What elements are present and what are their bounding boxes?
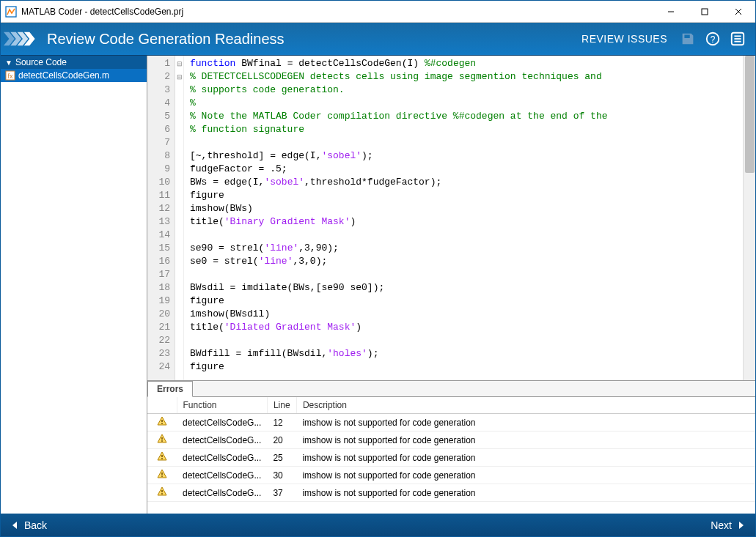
source-file-item[interactable]: fx detectCellsCodeGen.m bbox=[1, 69, 147, 82]
page-title: Review Code Generation Readiness bbox=[47, 31, 581, 48]
errors-tabs: Errors bbox=[147, 381, 755, 397]
window-title: MATLAB Coder - detectCellsCodeGen.prj bbox=[21, 7, 654, 17]
code-line[interactable]: % function signature bbox=[190, 123, 743, 136]
code-line[interactable] bbox=[190, 334, 743, 347]
code-line[interactable]: figure bbox=[190, 360, 743, 374]
line-number: 1 bbox=[147, 57, 170, 70]
line-number: 13 bbox=[147, 215, 170, 229]
error-line: 25 bbox=[267, 449, 296, 467]
code-line[interactable]: title('Dilated Gradient Mask') bbox=[190, 321, 743, 334]
fold-marker: ⊟ bbox=[175, 57, 183, 70]
code-line[interactable]: figure bbox=[190, 295, 743, 308]
vertical-scrollbar[interactable] bbox=[743, 56, 755, 380]
error-function: detectCellsCodeG... bbox=[177, 467, 267, 484]
code-line[interactable]: % supports code generation. bbox=[190, 84, 743, 97]
line-number: 14 bbox=[147, 229, 170, 242]
error-line: 37 bbox=[267, 484, 296, 502]
code-line[interactable]: se0 = strel('line',3,0); bbox=[190, 255, 743, 268]
svg-marker-32 bbox=[12, 522, 17, 529]
error-function: detectCellsCodeG... bbox=[177, 484, 267, 502]
source-file-label: detectCellsCodeGen.m bbox=[18, 70, 109, 81]
error-row[interactable]: detectCellsCodeG...12imshow is not suppo… bbox=[147, 414, 755, 432]
code-line[interactable]: BWs = edge(I,'sobel',threshold*fudgeFact… bbox=[190, 176, 743, 189]
error-description: imshow is not supported for code generat… bbox=[296, 484, 755, 502]
error-function: detectCellsCodeG... bbox=[177, 414, 267, 432]
review-issues-link[interactable]: REVIEW ISSUES bbox=[581, 33, 667, 45]
fold-marker bbox=[175, 347, 183, 360]
fold-marker bbox=[175, 242, 183, 255]
fold-marker bbox=[175, 189, 183, 202]
minimize-button[interactable] bbox=[654, 1, 688, 23]
fold-marker bbox=[175, 295, 183, 308]
code-line[interactable] bbox=[190, 229, 743, 242]
line-number: 9 bbox=[147, 163, 170, 176]
app-window: MATLAB Coder - detectCellsCodeGen.prj Re… bbox=[0, 0, 756, 537]
next-button[interactable]: Next bbox=[711, 519, 746, 531]
col-function[interactable]: Function bbox=[177, 397, 267, 414]
code-content[interactable]: function BWfinal = detectCellsCodeGen(I)… bbox=[184, 56, 743, 380]
col-description[interactable]: Description bbox=[296, 397, 755, 414]
window-controls bbox=[654, 1, 755, 23]
error-row[interactable]: detectCellsCodeG...20imshow is not suppo… bbox=[147, 432, 755, 449]
error-function: detectCellsCodeG... bbox=[177, 449, 267, 467]
fold-column: ⊟⊟ bbox=[175, 56, 184, 380]
svg-point-22 bbox=[161, 440, 163, 442]
code-line[interactable]: title('Binary Gradient Mask') bbox=[190, 215, 743, 229]
collapse-icon: ▼ bbox=[5, 59, 12, 67]
error-description: imshow is not supported for code generat… bbox=[296, 414, 755, 432]
fold-marker bbox=[175, 110, 183, 123]
error-description: imshow is not supported for code generat… bbox=[296, 467, 755, 484]
fold-marker bbox=[175, 308, 183, 321]
code-line[interactable]: fudgeFactor = .5; bbox=[190, 163, 743, 176]
code-line[interactable] bbox=[190, 136, 743, 149]
code-editor[interactable]: 123456789101112131415161718192021222324 … bbox=[147, 56, 755, 380]
warning-icon bbox=[147, 467, 177, 484]
scrollbar-thumb[interactable] bbox=[745, 56, 755, 173]
svg-point-25 bbox=[161, 458, 163, 459]
warning-icon bbox=[147, 432, 177, 449]
code-line[interactable]: imshow(BWs) bbox=[190, 202, 743, 215]
warning-icon bbox=[147, 449, 177, 467]
code-line[interactable]: % bbox=[190, 97, 743, 110]
back-button[interactable]: Back bbox=[10, 519, 47, 531]
warning-icon bbox=[147, 484, 177, 502]
code-line[interactable]: BWsdil = imdilate(BWs,[se90 se0]); bbox=[190, 281, 743, 295]
svg-text:?: ? bbox=[711, 34, 716, 45]
sidebar-header[interactable]: ▼ Source Code bbox=[1, 56, 147, 69]
error-row[interactable]: detectCellsCodeG...30imshow is not suppo… bbox=[147, 467, 755, 484]
close-button[interactable] bbox=[722, 1, 755, 23]
code-line[interactable]: figure bbox=[190, 189, 743, 202]
maximize-button[interactable] bbox=[688, 1, 722, 23]
col-line[interactable]: Line bbox=[267, 397, 296, 414]
code-line[interactable]: % Note the MATLAB Coder compilation dire… bbox=[190, 110, 743, 123]
code-line[interactable]: % DETECTCELLSCODEGEN detects cells using… bbox=[190, 70, 743, 84]
line-number: 21 bbox=[147, 321, 170, 334]
errors-tab[interactable]: Errors bbox=[147, 381, 193, 397]
code-line[interactable]: BWdfill = imfill(BWsdil,'holes'); bbox=[190, 347, 743, 360]
svg-marker-33 bbox=[739, 522, 744, 529]
line-number: 7 bbox=[147, 136, 170, 149]
svg-rect-2 bbox=[702, 9, 708, 15]
line-number: 15 bbox=[147, 242, 170, 255]
errors-table: Function Line Description detectCellsCod… bbox=[147, 397, 755, 502]
line-number: 18 bbox=[147, 281, 170, 295]
error-row[interactable]: detectCellsCodeG...25imshow is not suppo… bbox=[147, 449, 755, 467]
code-line[interactable]: function BWfinal = detectCellsCodeGen(I)… bbox=[190, 57, 743, 70]
code-line[interactable]: imshow(BWsdil) bbox=[190, 308, 743, 321]
line-number: 12 bbox=[147, 202, 170, 215]
code-line[interactable]: [~,threshold] = edge(I,'sobel'); bbox=[190, 149, 743, 163]
svg-point-19 bbox=[161, 423, 163, 424]
code-line[interactable]: se90 = strel('line',3,90); bbox=[190, 242, 743, 255]
error-row[interactable]: detectCellsCodeG...37imshow is not suppo… bbox=[147, 484, 755, 502]
fold-marker bbox=[175, 202, 183, 215]
fold-marker bbox=[175, 215, 183, 229]
fold-marker bbox=[175, 97, 183, 110]
menu-button[interactable] bbox=[729, 30, 746, 48]
save-button[interactable] bbox=[679, 30, 697, 48]
code-line[interactable] bbox=[190, 268, 743, 281]
line-number: 19 bbox=[147, 295, 170, 308]
fold-marker bbox=[175, 255, 183, 268]
fold-marker bbox=[175, 281, 183, 295]
help-button[interactable]: ? bbox=[704, 30, 722, 48]
fold-marker bbox=[175, 176, 183, 189]
